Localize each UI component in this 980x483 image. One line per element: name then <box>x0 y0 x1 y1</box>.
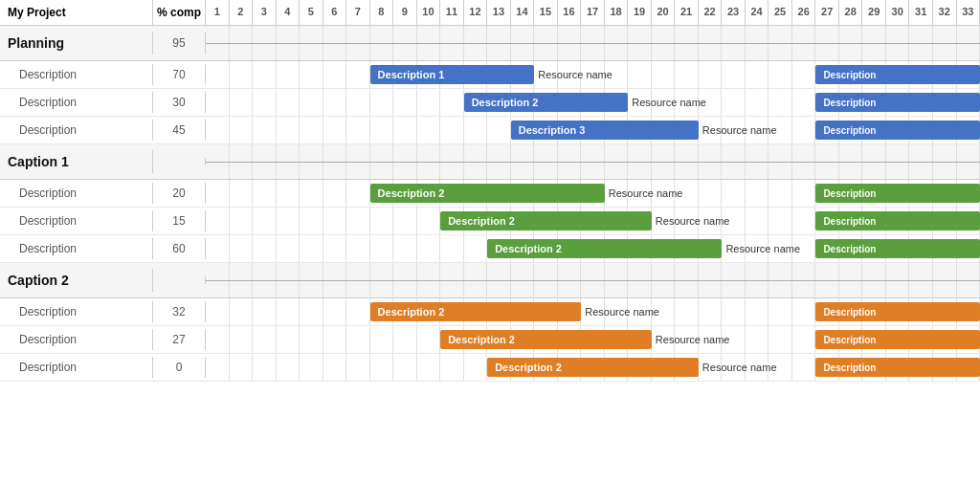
week-header-2: 2 <box>230 0 254 25</box>
section-row-caption1: Caption 1 <box>0 144 980 180</box>
task-pct-caption1-0: 20 <box>153 183 206 204</box>
task-row-caption2-2: Description0Description 2Resource nameDe… <box>0 354 980 382</box>
week-header-3: 3 <box>253 0 277 25</box>
week-header-8: 8 <box>370 0 394 25</box>
gantt-bar-caption1-2: Description 2 <box>487 239 722 258</box>
task-pct-planning-1: 30 <box>153 92 206 113</box>
gantt-bar-caption2-1: Description 2 <box>440 330 652 349</box>
task-pct-planning-0: 70 <box>153 64 206 85</box>
task-timeline-planning-2: Description 3Resource nameDescription <box>206 117 980 143</box>
week-header-33: 33 <box>957 0 981 25</box>
section-row-caption2: Caption 2 <box>0 263 980 298</box>
week-header-21: 21 <box>675 0 699 25</box>
section-pct-planning: 95 <box>153 33 206 54</box>
right-bar-caption1-1: Description <box>815 211 980 231</box>
task-row-caption2-0: Description32Description 2Resource nameD… <box>0 298 980 326</box>
task-timeline-planning-0: Description 1Resource nameDescription <box>206 61 980 88</box>
week-header-16: 16 <box>558 0 582 25</box>
resource-label-planning-1: Resource name <box>632 97 706 108</box>
week-header-14: 14 <box>511 0 535 25</box>
gantt-bar-planning-1: Description 2 <box>464 93 629 112</box>
resource-label-caption2-1: Resource name <box>656 334 730 345</box>
task-name-caption2-2: Description <box>0 357 153 378</box>
section-pct-caption1 <box>153 158 206 165</box>
week-header-17: 17 <box>581 0 605 25</box>
week-header-7: 7 <box>346 0 370 25</box>
task-pct-planning-2: 45 <box>153 120 206 141</box>
task-name-planning-1: Description <box>0 92 153 113</box>
section-timeline-caption2 <box>206 263 980 297</box>
week-header-20: 20 <box>652 0 676 25</box>
right-bar-caption2-0: Description <box>815 302 980 321</box>
gantt-header: My Project % comp 1234567891011121314151… <box>0 0 980 26</box>
task-timeline-caption2-0: Description 2Resource nameDescription <box>206 298 980 325</box>
task-timeline-planning-1: Description 2Resource nameDescription <box>206 89 980 116</box>
week-header-10: 10 <box>417 0 441 25</box>
resource-label-planning-0: Resource name <box>538 69 612 80</box>
gantt-bar-caption1-0: Description 2 <box>370 184 605 203</box>
right-bar-caption1-0: Description <box>815 184 980 203</box>
week-header-13: 13 <box>487 0 511 25</box>
section-timeline-planning <box>206 26 980 60</box>
task-pct-caption2-2: 0 <box>153 357 206 378</box>
section-title-caption2: Caption 2 <box>0 269 153 292</box>
task-name-caption1-2: Description <box>0 238 153 259</box>
task-pct-caption2-1: 27 <box>153 329 206 350</box>
project-title: My Project <box>0 0 153 25</box>
task-pct-caption1-2: 60 <box>153 238 206 259</box>
task-row-caption2-1: Description27Description 2Resource nameD… <box>0 326 980 354</box>
right-bar-planning-2: Description <box>815 121 980 140</box>
gantt-bar-caption2-2: Description 2 <box>487 358 699 377</box>
week-header-23: 23 <box>722 0 746 25</box>
resource-label-caption2-2: Resource name <box>702 362 777 373</box>
week-header-6: 6 <box>323 0 347 25</box>
task-row-planning-1: Description30Description 2Resource nameD… <box>0 89 980 117</box>
weeks-header: 1234567891011121314151617181920212223242… <box>206 0 980 25</box>
task-name-caption2-0: Description <box>0 301 153 322</box>
gantt-bar-caption2-0: Description 2 <box>370 302 582 321</box>
week-header-9: 9 <box>393 0 417 25</box>
week-header-28: 28 <box>839 0 863 25</box>
resource-label-caption1-1: Resource name <box>656 215 730 227</box>
week-header-11: 11 <box>440 0 464 25</box>
task-timeline-caption2-2: Description 2Resource nameDescription <box>206 354 980 381</box>
section-timeline-caption1 <box>206 144 980 179</box>
week-header-27: 27 <box>815 0 839 25</box>
week-header-5: 5 <box>300 0 323 25</box>
week-header-32: 32 <box>933 0 957 25</box>
week-header-4: 4 <box>277 0 301 25</box>
right-bar-planning-1: Description <box>815 93 980 112</box>
right-bar-caption2-2: Description <box>815 358 980 377</box>
week-header-24: 24 <box>746 0 769 25</box>
week-header-26: 26 <box>792 0 816 25</box>
task-row-caption1-0: Description20Description 2Resource nameD… <box>0 180 980 208</box>
task-row-planning-0: Description70Description 1Resource nameD… <box>0 61 980 89</box>
task-row-caption1-2: Description60Description 2Resource nameD… <box>0 235 980 263</box>
week-header-19: 19 <box>628 0 652 25</box>
resource-label-caption2-0: Resource name <box>585 306 659 318</box>
week-header-15: 15 <box>534 0 558 25</box>
week-header-30: 30 <box>886 0 910 25</box>
gantt-body: Planning95Description70Description 1Reso… <box>0 26 980 382</box>
gantt-chart: My Project % comp 1234567891011121314151… <box>0 0 980 382</box>
task-timeline-caption1-0: Description 2Resource nameDescription <box>206 180 980 207</box>
task-row-planning-2: Description45Description 3Resource nameD… <box>0 117 980 144</box>
week-header-25: 25 <box>768 0 792 25</box>
task-name-caption2-1: Description <box>0 329 153 350</box>
task-name-caption1-1: Description <box>0 210 153 231</box>
task-name-caption1-0: Description <box>0 183 153 204</box>
task-name-planning-2: Description <box>0 120 153 141</box>
task-timeline-caption1-1: Description 2Resource nameDescription <box>206 208 980 234</box>
resource-label-planning-2: Resource name <box>702 124 777 136</box>
task-pct-caption2-0: 32 <box>153 301 206 322</box>
task-pct-caption1-1: 15 <box>153 210 206 231</box>
section-pct-caption2 <box>153 276 206 284</box>
right-bar-planning-0: Description <box>815 65 980 84</box>
week-header-22: 22 <box>699 0 723 25</box>
gantt-bar-planning-2: Description 3 <box>511 121 699 140</box>
week-header-29: 29 <box>862 0 886 25</box>
gantt-bar-caption1-1: Description 2 <box>440 211 652 231</box>
gantt-bar-planning-0: Description 1 <box>370 65 535 84</box>
task-row-caption1-1: Description15Description 2Resource nameD… <box>0 208 980 235</box>
week-header-1: 1 <box>206 0 230 25</box>
